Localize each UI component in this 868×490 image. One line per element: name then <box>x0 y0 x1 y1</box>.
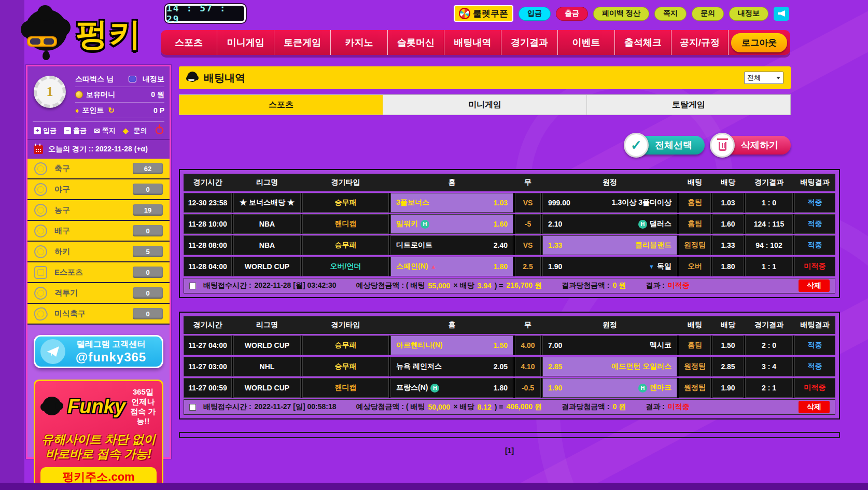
deposit-button[interactable]: 입금 <box>519 7 551 21</box>
bet-pick: 오버 <box>679 257 711 276</box>
sound-toggle-button[interactable] <box>774 7 789 21</box>
arrow-up-icon: ▲ <box>430 263 436 270</box>
soccer-icon <box>34 162 47 175</box>
sidebar-item-baseball[interactable]: 야구 0 <box>27 179 170 200</box>
message-button[interactable]: 쪽지 <box>654 7 687 21</box>
power-logout-icon[interactable] <box>156 127 163 134</box>
table-row: 11-27 04:00 WORLD CUP 승무패 아르헨티나(N) 1.50 … <box>184 335 835 355</box>
nav-casino[interactable]: 카지노 <box>330 30 387 55</box>
count-badge: 0 <box>133 184 163 195</box>
bet-odds: 1.33 <box>712 235 744 255</box>
nav-bet-history[interactable]: 배팅내역 <box>444 30 500 55</box>
nav-slot[interactable]: 슬롯머신 <box>387 30 444 55</box>
count-badge: 5 <box>133 246 163 257</box>
home-cell: 3폴보너스 1.03 <box>390 193 513 213</box>
myinfo-button[interactable]: 내정보 <box>729 7 768 21</box>
table-row: 11-27 00:59 WORLD CUP 핸디캡 프랑스(N)H 1.80 -… <box>184 378 835 398</box>
trash-icon <box>710 133 735 158</box>
handicap-badge: H <box>638 220 647 229</box>
pagination[interactable]: [1] <box>179 446 840 455</box>
select-all-button[interactable]: ✓ 전체선택 <box>628 136 705 155</box>
bet-slip-summary: 배팅접수시간 : 2022-11-28 [월] 03:42:30 예상당첨금액 … <box>184 278 835 293</box>
count-badge: 0 <box>133 267 163 278</box>
point-label: 포인트 <box>82 106 104 115</box>
draw-cell: VS <box>515 235 541 255</box>
match-score: 94 : 102 <box>745 235 793 255</box>
sidebar-myinfo-link[interactable]: 내정보 <box>143 75 164 84</box>
draw-cell: 4.10 <box>515 357 541 376</box>
bet-result: 적중 <box>794 235 835 255</box>
monitor-icon <box>34 266 47 279</box>
table-row: 11-27 03:00 NHL 승무패 뉴욕 레인저스 2.05 4.10 2.… <box>184 357 835 376</box>
payback-button[interactable]: 페이백 정산 <box>593 7 649 21</box>
basketball-icon <box>34 204 47 217</box>
roulette-coupon-label: 룰렛쿠폰 <box>473 8 508 20</box>
nav-attendance[interactable]: 출석체크 <box>614 30 671 55</box>
sidebar-item-volleyball[interactable]: 배구 0 <box>27 221 170 242</box>
diamond-icon: ♦ <box>75 106 79 115</box>
sidebar-item-basketball[interactable]: 농구 19 <box>27 200 170 221</box>
server-clock: 14 : 57 : 29 <box>165 4 246 23</box>
nav-event[interactable]: 이벤트 <box>557 30 614 55</box>
afro-icon <box>186 72 199 84</box>
withdraw-button[interactable]: 출금 <box>556 7 588 21</box>
league-name: NBA <box>233 214 301 234</box>
league-name: NHL <box>233 357 301 376</box>
roulette-coupon-button[interactable]: 룰렛쿠폰 <box>454 5 513 22</box>
match-time: 11-27 00:59 <box>184 378 232 398</box>
count-badge: 62 <box>133 163 163 174</box>
nav-tokengame[interactable]: 토큰게임 <box>274 30 330 55</box>
volleyball-icon <box>34 225 47 237</box>
match-score: 2 : 1 <box>745 378 793 398</box>
delete-bet-button[interactable]: 삭제 <box>799 279 830 292</box>
sidebar-item-hockey[interactable]: 하키 5 <box>27 242 170 262</box>
draw-cell: -0.5 <box>515 378 541 398</box>
delete-bet-button[interactable]: 삭제 <box>799 401 830 413</box>
site-logo[interactable]: 펑키 <box>22 3 151 59</box>
sidebar-item-football[interactable]: 미식축구 0 <box>27 304 170 325</box>
money-label: 보유머니 <box>86 90 115 100</box>
sidebar-message-link[interactable]: ✉쪽지 <box>94 126 116 135</box>
american-football-icon <box>32 305 49 322</box>
tab-sports[interactable]: 스포츠 <box>179 95 383 115</box>
sidebar-inquiry-link[interactable]: ◆문의 <box>123 126 147 135</box>
away-cell: 2.85 에드먼턴 오일러스 <box>542 357 677 376</box>
main-content: 배팅내역 전체 스포츠 미니게임 토탈게임 ✓ 전체선택 삭제하기 경기시간 리… <box>179 66 840 455</box>
match-time: 11-28 04:00 <box>184 257 232 276</box>
telegram-icon <box>40 339 65 364</box>
nav-sports[interactable]: 스포츠 <box>161 30 217 55</box>
handicap-badge: H <box>421 220 429 229</box>
coin-icon <box>75 91 83 99</box>
select-bet-checkbox[interactable] <box>189 404 196 411</box>
logout-button[interactable]: 로그아웃 <box>731 33 787 52</box>
minus-icon: − <box>64 127 71 134</box>
delete-selected-button[interactable]: 삭제하기 <box>714 136 791 155</box>
funky-ad-banner[interactable]: Funky 365일 언제나 접속 가능!! 유해사이트 차단 없이 바로바로 … <box>34 380 163 490</box>
nav-notice[interactable]: 공지/규정 <box>671 30 727 55</box>
tab-minigame[interactable]: 미니게임 <box>383 95 587 115</box>
telegram-banner[interactable]: 텔레그램 고객센터 @funky365 <box>34 335 163 368</box>
tab-totalgame[interactable]: 토탈게임 <box>587 95 790 115</box>
refresh-icon[interactable]: ↻ <box>108 106 115 115</box>
sidebar-item-esports[interactable]: E스포츠 0 <box>27 262 170 283</box>
sidebar-withdraw-link[interactable]: −출금 <box>64 126 87 135</box>
filter-select[interactable]: 전체 <box>744 72 783 84</box>
bet-odds: 1.50 <box>712 335 744 355</box>
sidebar-item-soccer[interactable]: 축구 62 <box>27 159 170 179</box>
bet-pick: 홈팀 <box>679 335 711 355</box>
main-navigation: 스포츠 미니게임 토큰게임 카지노 슬롯머신 배팅내역 경기결과 이벤트 출석체… <box>161 30 790 55</box>
boxing-glove-icon <box>34 287 47 300</box>
table-header-row: 경기시간 리그명 경기타입 홈 무 원정 배팅 배당 경기결과 배팅결과 <box>184 174 835 191</box>
nav-results[interactable]: 경기결과 <box>501 30 557 55</box>
bet-type: 오버/언더 <box>302 257 389 276</box>
roulette-wheel-icon <box>459 8 470 19</box>
sidebar-deposit-link[interactable]: +입금 <box>34 126 57 135</box>
home-cell: 뉴욕 레인저스 2.05 <box>390 357 513 376</box>
sports-list: 축구 62 야구 0 농구 19 배구 0 하키 5 E스포츠 0 <box>27 159 170 325</box>
sidebar-item-mma[interactable]: 격투기 0 <box>27 283 170 304</box>
count-badge: 0 <box>133 287 163 299</box>
bet-type: 승무패 <box>302 235 389 255</box>
select-bet-checkbox[interactable] <box>189 283 196 289</box>
nav-minigame[interactable]: 미니게임 <box>217 30 273 55</box>
inquiry-button[interactable]: 문의 <box>692 7 724 21</box>
